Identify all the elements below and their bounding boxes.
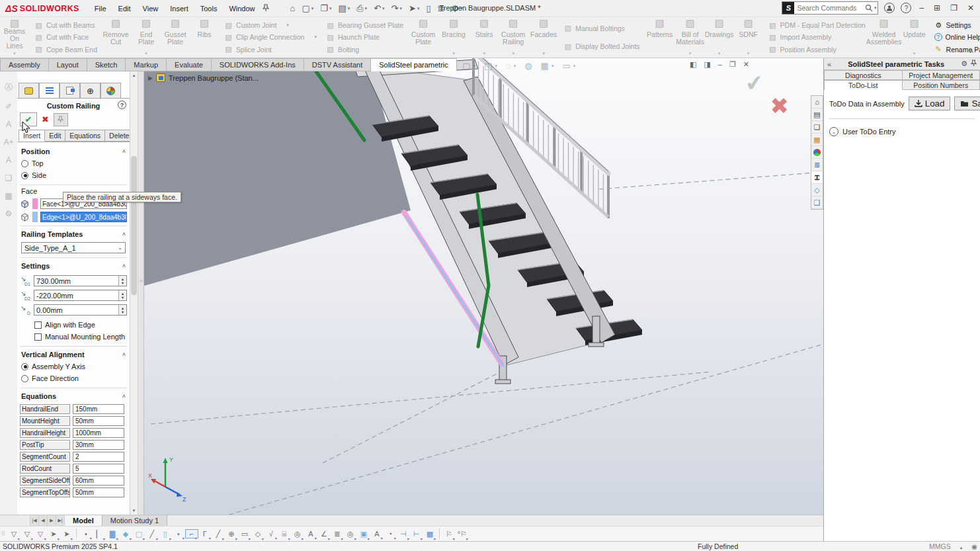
tab-motion-study-1[interactable]: Motion Study 1: [102, 515, 167, 526]
close-button[interactable]: ✕: [965, 3, 976, 13]
dropdown-icon[interactable]: ▾: [718, 50, 721, 57]
filter-origin-icon[interactable]: ▪: [172, 530, 185, 538]
equation-value-input[interactable]: 1000mm: [73, 428, 124, 438]
select-icon[interactable]: ➤▾: [406, 3, 422, 14]
dropdown-icon[interactable]: ▾: [473, 64, 476, 69]
filter-surface-icon[interactable]: ◆: [119, 530, 132, 538]
tab-position-numbers[interactable]: Position Numbers: [903, 80, 980, 90]
dropdown-icon[interactable]: ▾: [382, 6, 385, 11]
tab-dstv-assistant[interactable]: DSTV Assistant: [304, 58, 371, 71]
filter-dimension-icon[interactable]: ⌸: [278, 530, 291, 538]
confirmation-ok-glyph[interactable]: ✔: [744, 69, 765, 97]
forum-icon[interactable]: ◇: [811, 184, 823, 196]
undo-icon[interactable]: ↶▾: [371, 3, 387, 14]
dropdown-icon[interactable]: ▾: [460, 6, 463, 11]
equation-name-button[interactable]: PostTip: [20, 440, 70, 450]
filter-plane-icon[interactable]: ▯: [159, 530, 172, 538]
ribbon-stairs[interactable]: ▧Stairs▾: [470, 17, 499, 58]
radio-icon[interactable]: [21, 172, 28, 179]
filter-clip-right-icon[interactable]: ⊢: [410, 530, 423, 538]
pane-pin-icon[interactable]: [971, 60, 977, 68]
configurationmanager-tab[interactable]: [60, 83, 80, 98]
filter-funnel-icon[interactable]: ▽: [7, 530, 20, 538]
equation-value-input[interactable]: 60mm: [73, 476, 124, 486]
dropdown-icon[interactable]: ▾: [365, 6, 368, 11]
search-icon[interactable]: [865, 4, 873, 12]
tab-layout[interactable]: Layout: [49, 58, 87, 71]
pane-gear-icon[interactable]: ⚙: [961, 60, 967, 68]
filter-clip-left-icon[interactable]: ⊣: [397, 530, 410, 538]
scroll-thumb[interactable]: [131, 156, 137, 295]
view-orientation-icon[interactable]: ▢: [462, 61, 470, 71]
ribbon-splice-joint[interactable]: ▧Splice Joint: [224, 45, 317, 54]
filter-hatch2-icon[interactable]: ≣: [331, 530, 344, 538]
filter-funnel-multi-icon[interactable]: ▽: [20, 530, 34, 538]
ribbon-display-bolted-joints[interactable]: ▧Display Bolted Joints: [563, 42, 639, 51]
settings-group-header[interactable]: Settings˄: [20, 259, 127, 272]
properties-icon[interactable]: ≣: [435, 3, 448, 14]
breadcrumb-label[interactable]: Treppen Baugruppe (Stan...: [169, 74, 259, 82]
tab-diagnostics[interactable]: Diagnostics: [824, 70, 903, 80]
search-input[interactable]: [794, 4, 864, 12]
radio-icon[interactable]: [21, 363, 28, 370]
filter-axis-icon[interactable]: ╱: [145, 530, 159, 538]
checkbox-icon[interactable]: [34, 321, 42, 329]
dropdown-icon[interactable]: ▾: [514, 64, 516, 69]
tab-todo-list[interactable]: ToDo-List: [824, 80, 903, 90]
menu-tools[interactable]: Tools: [194, 2, 224, 15]
filter-angle-icon[interactable]: ∠: [317, 530, 331, 538]
tab-project-management[interactable]: Project Management: [903, 70, 980, 80]
spinner-icon[interactable]: ▲▼: [118, 305, 126, 315]
position-group-header[interactable]: Position˄: [20, 145, 127, 157]
ribbon-remove-cut[interactable]: ▧Remove Cut: [101, 17, 130, 58]
filter-annotation-icon[interactable]: A: [304, 530, 317, 538]
menu-file[interactable]: File: [89, 2, 112, 15]
select-pointer-dd-icon[interactable]: ➤: [60, 530, 73, 538]
menu-window[interactable]: Window: [223, 2, 261, 15]
ribbon-gusset-plate[interactable]: ▧Gusset Plate: [161, 17, 190, 58]
filter-funnel-active-icon[interactable]: ▽: [34, 530, 47, 538]
home-icon[interactable]: ⌂: [288, 3, 298, 14]
dropdown-icon[interactable]: ▾: [329, 6, 332, 11]
filter-corner-icon[interactable]: ⌐: [185, 529, 198, 538]
menu-pin-icon[interactable]: [263, 4, 269, 13]
comments-icon[interactable]: ❑: [811, 196, 823, 209]
ribbon-ribs[interactable]: ▧Ribs: [190, 17, 219, 58]
annotation-text-icon[interactable]: A: [6, 120, 11, 129]
print-icon[interactable]: ⎙▾: [354, 3, 370, 15]
dropdown-icon[interactable]: ▾: [542, 50, 545, 57]
ribbon-drawings[interactable]: ▧Drawings▾: [705, 17, 734, 58]
study-nav-icon[interactable]: ◀: [39, 515, 48, 526]
breadcrumb-expand-icon[interactable]: ▶: [148, 75, 153, 81]
spinner-icon[interactable]: ▲▼: [118, 290, 126, 300]
minimize-button[interactable]: –: [917, 3, 926, 13]
dropdown-icon[interactable]: ▾: [512, 50, 514, 57]
dropdown-icon[interactable]: ▾: [495, 64, 497, 69]
ribbon-bill-of-materials[interactable]: ▧Bill of Materials▾: [676, 17, 705, 58]
graphics-viewport[interactable]: Y X Z ▶ Treppen Baugruppe (Stan... ◱◎↩◪▾…: [143, 58, 823, 515]
equation-name-button[interactable]: SegmentSideOffset: [20, 476, 70, 486]
dimxpertmanager-tab[interactable]: ⊕: [80, 83, 101, 98]
ribbon-import-assembly[interactable]: ▧Import Assembly: [768, 33, 866, 42]
position-top-radio[interactable]: Top: [20, 157, 127, 169]
hatch-icon[interactable]: ▦: [5, 191, 12, 200]
filter-edges-icon[interactable]: ▏: [93, 530, 106, 538]
redo-icon[interactable]: ↷▾: [389, 3, 405, 14]
dropdown-icon[interactable]: ▾: [689, 50, 692, 57]
filter-magnify-icon[interactable]: ◎: [344, 530, 357, 538]
ribbon-haunch-plate[interactable]: ▧Haunch Plate: [326, 33, 403, 42]
ribbon-manual-boltings[interactable]: ▧Manual Boltings: [563, 24, 639, 32]
tab-solidsteel-parametric[interactable]: SolidSteel parametric: [371, 58, 457, 71]
pin-button[interactable]: [54, 113, 68, 126]
propertymanager-tab[interactable]: [39, 83, 60, 98]
filter-frame-icon[interactable]: Γ: [198, 530, 212, 538]
assembly-y-axis-radio[interactable]: Assembly Y Axis: [20, 360, 127, 372]
filter-text-icon[interactable]: A: [370, 530, 384, 538]
filter-equation-icon[interactable]: √: [265, 530, 278, 538]
units-selector[interactable]: MMGS▴: [929, 542, 962, 550]
dropdown-icon[interactable]: ▾: [573, 64, 576, 69]
minimize-viewport-icon[interactable]: –: [718, 60, 722, 69]
filter-coordinate-icon[interactable]: ⊕: [225, 530, 238, 538]
equation-value-input[interactable]: 30mm: [73, 440, 124, 450]
ribbon-custom-railing[interactable]: ▧Custom Railing▾: [499, 17, 528, 58]
